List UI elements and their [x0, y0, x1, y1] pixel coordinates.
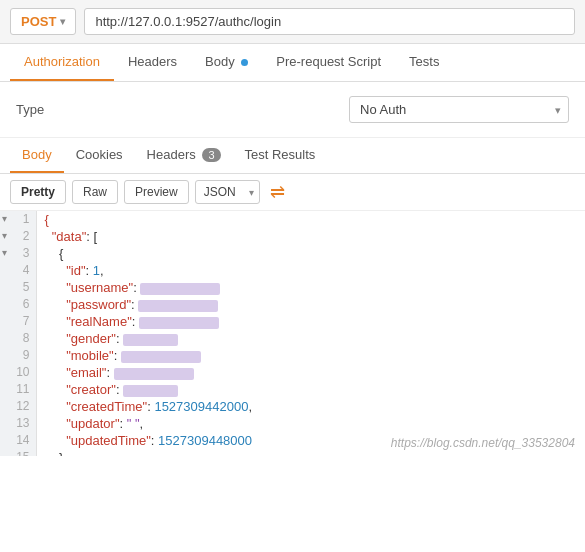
headers-badge: 3	[202, 148, 220, 162]
method-label: POST	[21, 14, 56, 29]
response-tabs: Body Cookies Headers 3 Test Results	[0, 138, 585, 174]
tab-test-results[interactable]: Test Results	[233, 138, 328, 173]
watermark: https://blog.csdn.net/qq_33532804	[391, 436, 575, 450]
table-row: 8 "gender":	[0, 330, 585, 347]
table-row: ▾1{	[0, 211, 585, 228]
format-bar: Pretty Raw Preview JSON HTML XML Text ▾ …	[0, 174, 585, 211]
wrap-icon[interactable]: ⇌	[270, 181, 285, 203]
auth-type-label: Type	[16, 102, 96, 117]
table-row: 9 "mobile":	[0, 347, 585, 364]
format-select[interactable]: JSON HTML XML Text	[195, 180, 260, 204]
table-row: 15 }	[0, 449, 585, 456]
table-row: 7 "realName":	[0, 313, 585, 330]
auth-select-wrap: No Auth Bearer Token Basic Auth API Key …	[349, 96, 569, 123]
table-row: 4 "id": 1,	[0, 262, 585, 279]
tab-authorization[interactable]: Authorization	[10, 44, 114, 81]
method-chevron: ▾	[60, 16, 65, 27]
auth-type-select[interactable]: No Auth Bearer Token Basic Auth API Key …	[349, 96, 569, 123]
format-select-wrap: JSON HTML XML Text ▾	[195, 180, 260, 204]
table-row: 10 "email":	[0, 364, 585, 381]
table-row: 12 "createdTime": 1527309442000,	[0, 398, 585, 415]
table-row: 5 "username":	[0, 279, 585, 296]
code-table: ▾1{▾2 "data": [▾3 {4 "id": 1,5 "username…	[0, 211, 585, 456]
preview-button[interactable]: Preview	[124, 180, 189, 204]
tab-headers[interactable]: Headers	[114, 44, 191, 81]
tab-tests[interactable]: Tests	[395, 44, 453, 81]
table-row: ▾2 "data": [	[0, 228, 585, 245]
tab-body-response[interactable]: Body	[10, 138, 64, 173]
table-row: 13 "updator": " ",	[0, 415, 585, 432]
collapse-arrow[interactable]: ▾	[2, 213, 7, 224]
tab-body[interactable]: Body	[191, 44, 262, 81]
tab-cookies[interactable]: Cookies	[64, 138, 135, 173]
tab-prerequest[interactable]: Pre-request Script	[262, 44, 395, 81]
table-row: 6 "password":	[0, 296, 585, 313]
collapse-arrow[interactable]: ▾	[2, 230, 7, 241]
auth-section: Type No Auth Bearer Token Basic Auth API…	[0, 82, 585, 138]
code-container[interactable]: ▾1{▾2 "data": [▾3 {4 "id": 1,5 "username…	[0, 211, 585, 456]
table-row: 11 "creator":	[0, 381, 585, 398]
top-bar: POST ▾	[0, 0, 585, 44]
table-row: ▾3 {	[0, 245, 585, 262]
raw-button[interactable]: Raw	[72, 180, 118, 204]
collapse-arrow[interactable]: ▾	[2, 247, 7, 258]
url-input[interactable]	[84, 8, 575, 35]
body-dot	[241, 59, 248, 66]
method-button[interactable]: POST ▾	[10, 8, 76, 35]
pretty-button[interactable]: Pretty	[10, 180, 66, 204]
request-tabs: Authorization Headers Body Pre-request S…	[0, 44, 585, 82]
tab-headers-response[interactable]: Headers 3	[135, 138, 233, 173]
